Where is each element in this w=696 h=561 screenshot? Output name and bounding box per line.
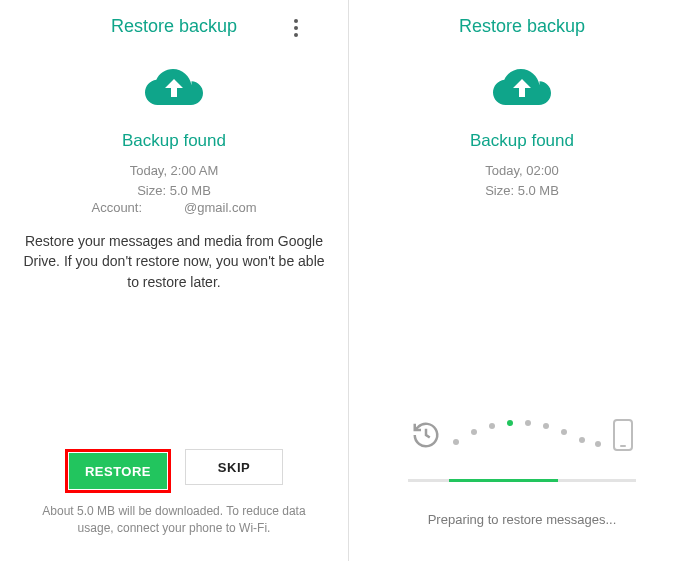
progress-bar [408,479,636,482]
account-domain: @gmail.com [184,200,256,215]
status-text: Preparing to restore messages... [428,512,617,527]
page-title: Restore backup [459,16,585,37]
backup-found-heading: Backup found [122,131,226,151]
footer-note: About 5.0 MB will be downloaded. To redu… [12,503,336,551]
transfer-graphic [411,417,633,457]
transfer-dots [447,417,607,457]
header: Restore backup [12,10,336,41]
overflow-menu-button[interactable] [284,16,308,40]
cloud-upload-icon [145,69,203,113]
skip-button[interactable]: SKIP [185,449,283,485]
account-label: Account: [91,200,142,215]
restore-button[interactable]: RESTORE [69,453,167,489]
header: Restore backup [360,10,684,41]
history-icon [411,420,441,454]
restore-description: Restore your messages and media from Goo… [12,231,336,292]
backup-size: Size: 5.0 MB [485,181,559,201]
page-title: Restore backup [111,16,237,37]
backup-account: Account: @gmail.com [91,200,256,215]
backup-found-heading: Backup found [470,131,574,151]
backup-time: Today, 02:00 [485,161,558,181]
more-vert-icon [294,19,298,37]
account-redacted [144,202,182,214]
screen-restore-progress: Restore backup Backup found Today, 02:00… [348,0,696,561]
phone-icon [613,419,633,455]
cloud-upload-icon [493,69,551,113]
screen-restore-prompt: Restore backup Backup found Today, 2:00 … [0,0,348,561]
backup-time: Today, 2:00 AM [130,161,219,181]
svg-rect-1 [620,445,626,447]
backup-size: Size: 5.0 MB [137,181,211,201]
button-row: RESTORE SKIP [65,449,283,493]
restore-button-highlight: RESTORE [65,449,171,493]
progress-fill [449,479,558,482]
